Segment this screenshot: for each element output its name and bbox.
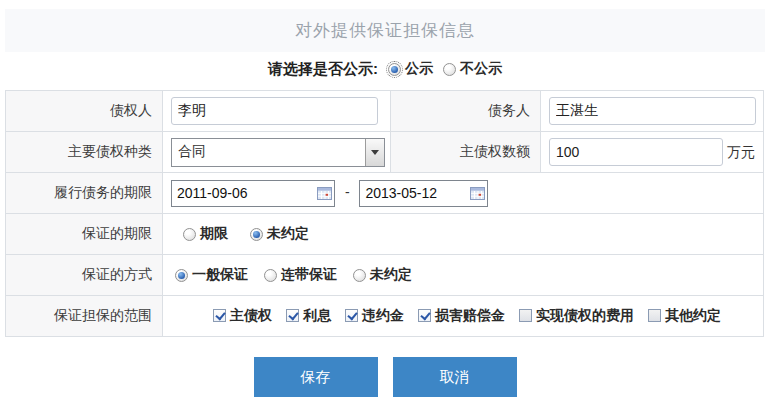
radio-icon [264,269,277,282]
scope-checkbox-interest[interactable]: 利息 [286,307,331,325]
row-creditor-debtor: 债权人 债务人 [6,91,764,132]
checkbox-icon [648,309,661,322]
row-type-amount: 主要债权种类 合同 主债权数额 万元 [6,132,764,173]
guarantee-method-option-unagreed[interactable]: 未约定 [353,266,412,284]
debt-type-label: 主要债权种类 [6,132,163,173]
scope-checkbox-principal[interactable]: 主债权 [213,307,272,325]
guarantee-method-option-general[interactable]: 一般保证 [175,266,248,284]
action-buttons: 保存 取消 [0,357,770,397]
radio-label: 一般保证 [192,266,248,284]
radio-label: 不公示 [460,60,502,78]
checkbox-icon [345,309,358,322]
publicity-label: 请选择是否公示: [268,60,378,79]
radio-icon [353,269,366,282]
checkbox-icon [286,309,299,322]
debt-amount-input[interactable] [549,138,723,166]
scope-checkbox-realization-costs[interactable]: 实现债权的费用 [519,307,634,325]
row-guarantee-scope: 保证担保的范围 主债权 利息 违约金 损害赔偿金 [6,296,764,337]
radio-icon [183,228,196,241]
debt-amount-label: 主债权数额 [391,132,541,173]
radio-label: 未约定 [267,225,309,243]
calendar-icon[interactable] [467,187,487,200]
radio-label: 未约定 [370,266,412,284]
checkbox-label: 损害赔偿金 [435,307,505,325]
save-button[interactable]: 保存 [254,357,378,397]
checkbox-icon [213,309,226,322]
guarantee-period-option-term[interactable]: 期限 [183,225,228,243]
guarantee-period-label: 保证的期限 [6,214,163,255]
row-guarantee-method: 保证的方式 一般保证 连带保证 未约定 [6,255,764,296]
guarantee-method-option-joint[interactable]: 连带保证 [264,266,337,284]
debt-type-selected-value: 合同 [172,143,206,161]
debtor-input[interactable] [549,97,756,125]
start-date-field [171,180,335,207]
checkbox-label: 其他约定 [665,307,721,325]
radio-icon [175,269,188,282]
checkbox-label: 违约金 [362,307,404,325]
performance-period-label: 履行债务的期限 [6,173,163,214]
radio-label: 公示 [405,60,433,78]
publicity-option-public[interactable]: 公示 [388,60,433,78]
end-date-field [359,180,488,207]
page-title: 对外提供保证担保信息 [295,19,475,42]
checkbox-label: 利息 [303,307,331,325]
dropdown-arrow-icon[interactable] [365,139,384,166]
end-date-input[interactable] [360,182,467,205]
radio-icon [250,228,263,241]
publicity-option-private[interactable]: 不公示 [443,60,502,78]
start-date-input[interactable] [172,182,314,205]
debtor-label: 债务人 [391,91,541,132]
creditor-label: 债权人 [6,91,163,132]
date-range-separator: - [345,184,350,200]
calendar-icon[interactable] [314,187,334,200]
checkbox-label: 实现债权的费用 [536,307,634,325]
cancel-button[interactable]: 取消 [393,357,517,397]
radio-label: 期限 [200,225,228,243]
scope-checkbox-penalty[interactable]: 违约金 [345,307,404,325]
radio-label: 连带保证 [281,266,337,284]
page-title-bar: 对外提供保证担保信息 [5,9,765,52]
row-guarantee-period: 保证的期限 期限 未约定 [6,214,764,255]
checkbox-icon [519,309,532,322]
guarantee-period-option-unagreed[interactable]: 未约定 [250,225,309,243]
guarantee-form-table: 债权人 债务人 主要债权种类 合同 主债权数额 万元 履行债务的期限 [5,90,764,337]
checkbox-icon [418,309,431,322]
radio-icon [443,63,456,76]
row-performance-period: 履行债务的期限 - [6,173,764,214]
publicity-row: 请选择是否公示: 公示 不公示 [0,52,770,86]
guarantee-method-label: 保证的方式 [6,255,163,296]
amount-unit: 万元 [727,144,755,160]
scope-checkbox-damages[interactable]: 损害赔偿金 [418,307,505,325]
scope-checkbox-other[interactable]: 其他约定 [648,307,721,325]
guarantee-scope-label: 保证担保的范围 [6,296,163,337]
checkbox-label: 主债权 [230,307,272,325]
debt-type-select[interactable]: 合同 [171,138,385,167]
creditor-input[interactable] [171,97,378,125]
radio-icon [388,63,401,76]
